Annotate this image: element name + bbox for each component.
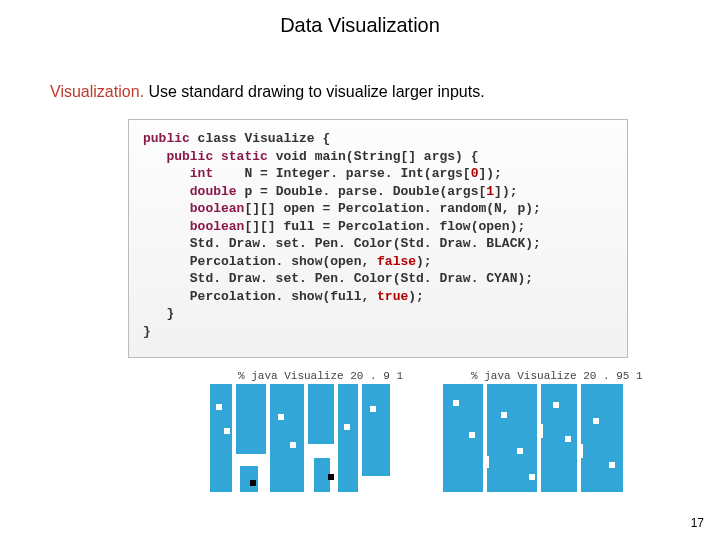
viz-item-1: % java Visualize 20 . 9 1: [210, 370, 403, 492]
svg-rect-11: [278, 414, 284, 420]
svg-rect-32: [537, 424, 543, 438]
svg-rect-15: [250, 480, 256, 486]
viz-caption-1: % java Visualize 20 . 9 1: [210, 370, 403, 382]
viz-caption-2: % java Visualize 20 . 95 1: [443, 370, 643, 382]
svg-rect-33: [577, 444, 583, 458]
svg-rect-2: [236, 384, 266, 454]
svg-rect-7: [240, 466, 258, 492]
svg-rect-16: [328, 474, 334, 480]
page-title: Data Visualization: [0, 0, 720, 37]
svg-rect-20: [541, 384, 577, 492]
intro-line: Visualization. Use standard drawing to v…: [50, 83, 670, 101]
svg-rect-29: [593, 418, 599, 424]
svg-rect-3: [270, 384, 304, 492]
svg-rect-9: [216, 404, 222, 410]
highlighted-word: Visualization.: [50, 83, 144, 100]
svg-rect-5: [338, 384, 358, 492]
svg-rect-8: [314, 458, 330, 492]
intro-rest: Use standard drawing to visualize larger…: [144, 83, 485, 100]
code-block: public class Visualize { public static v…: [128, 119, 628, 358]
content-body: Visualization. Use standard drawing to v…: [0, 37, 720, 492]
svg-rect-1: [210, 384, 232, 492]
svg-rect-4: [308, 384, 334, 444]
visualization-row: % java Visualize 20 . 9 1: [210, 370, 670, 492]
svg-rect-27: [553, 402, 559, 408]
svg-rect-12: [290, 442, 296, 448]
svg-rect-26: [529, 474, 535, 480]
svg-rect-6: [362, 384, 390, 476]
svg-rect-22: [453, 400, 459, 406]
svg-rect-10: [224, 428, 230, 434]
svg-rect-13: [344, 424, 350, 430]
svg-rect-24: [501, 412, 507, 418]
percolation-image-2: [443, 384, 623, 492]
svg-rect-25: [517, 448, 523, 454]
svg-rect-30: [609, 462, 615, 468]
viz-item-2: % java Visualize 20 . 95 1: [443, 370, 643, 492]
svg-rect-21: [581, 384, 623, 492]
svg-rect-31: [483, 456, 489, 468]
svg-rect-14: [370, 406, 376, 412]
svg-rect-28: [565, 436, 571, 442]
svg-rect-18: [443, 384, 483, 492]
page-number: 17: [691, 516, 704, 530]
svg-rect-23: [469, 432, 475, 438]
percolation-image-1: [210, 384, 390, 492]
